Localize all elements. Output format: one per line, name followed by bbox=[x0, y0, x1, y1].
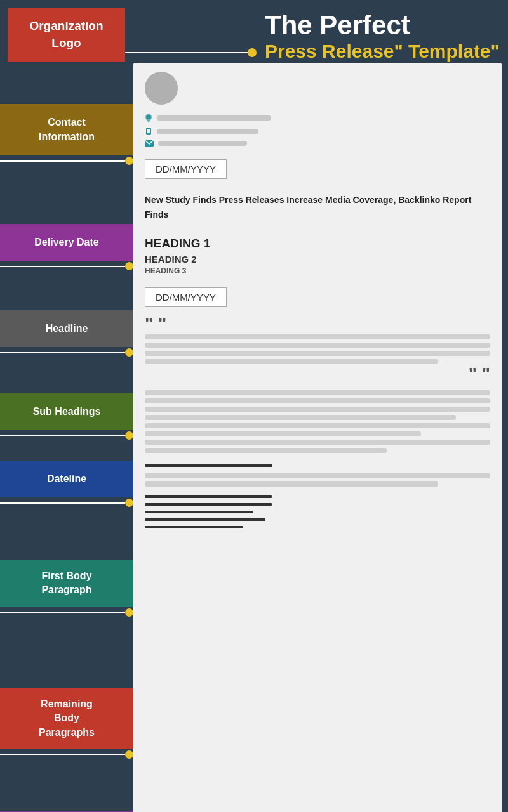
svg-rect-2 bbox=[147, 129, 150, 133]
location-icon bbox=[145, 114, 152, 122]
body1-line4 bbox=[145, 359, 438, 364]
avatar-circle bbox=[145, 72, 178, 105]
contact-section-label: ContactInformation bbox=[0, 104, 133, 167]
dateline-date-box: DD/MM/YYYY bbox=[145, 287, 227, 307]
open-quote: " " bbox=[145, 317, 490, 331]
left-labels: ContactInformation Delivery Date bbox=[0, 63, 133, 812]
fn-line5 bbox=[145, 526, 243, 528]
delivery-section-label: Delivery Date bbox=[0, 224, 133, 272]
dateline-content-section: DD/MM/YYYY bbox=[145, 287, 490, 307]
contact-address-placeholder bbox=[157, 115, 271, 121]
rem-line5 bbox=[145, 423, 490, 428]
fn-line4 bbox=[145, 518, 265, 521]
contact-connector bbox=[0, 155, 133, 167]
boilerplate-separator bbox=[145, 464, 272, 467]
body1-line3 bbox=[145, 351, 490, 356]
rem-line6 bbox=[145, 431, 421, 436]
subheadings-content-section: HEADING 1 HEADING 2 HEADING 3 bbox=[145, 235, 490, 276]
title-line1: The Perfect bbox=[265, 11, 502, 40]
org-logo-label: Organization Logo bbox=[29, 18, 103, 51]
contact-phone-row bbox=[145, 127, 490, 136]
finalnote-content-section bbox=[145, 495, 490, 528]
logo-connector bbox=[125, 8, 252, 53]
phone-icon bbox=[145, 127, 152, 136]
contact-email-placeholder bbox=[158, 141, 247, 146]
contact-phone-placeholder bbox=[157, 129, 258, 134]
delivery-connector bbox=[0, 261, 133, 272]
logo-dot bbox=[248, 48, 257, 57]
body1-line1 bbox=[145, 334, 490, 339]
dateline-connector bbox=[0, 497, 133, 509]
firstbody-label-tag: First BodyParagraph bbox=[0, 560, 133, 607]
body-layout: ContactInformation Delivery Date bbox=[0, 63, 508, 812]
contact-hline bbox=[0, 160, 125, 162]
firstbody-section-label: First BodyParagraph bbox=[0, 560, 133, 619]
delivery-date-section: DD/MM/YYYY bbox=[145, 159, 490, 179]
subheadings-label-tag: Sub Headings bbox=[0, 393, 133, 430]
contact-email-row bbox=[145, 140, 490, 147]
remaining-content-section bbox=[145, 390, 490, 453]
delivery-date-box: DD/MM/YYYY bbox=[145, 159, 227, 179]
contact-dot bbox=[125, 157, 133, 165]
contact-label-tag: ContactInformation bbox=[0, 104, 133, 155]
rem-line1 bbox=[145, 390, 490, 395]
contact-info-section bbox=[145, 114, 490, 147]
delivery-label-tag: Delivery Date bbox=[0, 224, 133, 261]
headline-label-tag: Headline bbox=[0, 310, 133, 347]
firstbody-connector bbox=[0, 607, 133, 619]
subheadings-connector bbox=[0, 430, 133, 442]
org-logo-box: Organization Logo bbox=[8, 8, 125, 62]
header-area: Organization Logo The Perfect Press Rele… bbox=[0, 0, 508, 63]
remaining-label-tag: RemainingBodyParagraphs bbox=[0, 688, 133, 749]
dateline-section-label: Dateline bbox=[0, 461, 133, 509]
svg-point-3 bbox=[148, 134, 149, 135]
fn-line2 bbox=[145, 503, 272, 506]
rem-line4 bbox=[145, 415, 456, 420]
headline-content-section: New Study Finds Press Releases Increase … bbox=[145, 193, 490, 221]
title-line2: Press Release" Template" bbox=[265, 40, 502, 63]
fn-line1 bbox=[145, 495, 272, 498]
headline-connector bbox=[0, 347, 133, 358]
firstbody-content-section: " " " " bbox=[145, 317, 490, 381]
rem-line2 bbox=[145, 398, 490, 403]
headline-section-label: Headline bbox=[0, 310, 133, 358]
body1-line2 bbox=[145, 343, 490, 348]
boilerplate-line2 bbox=[145, 481, 438, 487]
headline-text: New Study Finds Press Releases Increase … bbox=[145, 193, 490, 221]
heading3: HEADING 3 bbox=[145, 266, 490, 277]
rem-line8 bbox=[145, 448, 387, 453]
email-icon bbox=[145, 140, 154, 147]
heading2: HEADING 2 bbox=[145, 252, 490, 266]
fn-line3 bbox=[145, 511, 253, 513]
contact-location-row bbox=[145, 114, 490, 122]
title-area: The Perfect Press Release" Template" bbox=[252, 8, 508, 63]
dateline-label-tag: Dateline bbox=[0, 461, 133, 497]
remaining-connector bbox=[0, 749, 133, 760]
heading1: HEADING 1 bbox=[145, 235, 490, 252]
rem-line7 bbox=[145, 440, 490, 445]
remaining-section-label: RemainingBodyParagraphs bbox=[0, 688, 133, 760]
subheadings-section-label: Sub Headings bbox=[0, 393, 133, 442]
boilerplate-line1 bbox=[145, 473, 490, 478]
rem-line3 bbox=[145, 407, 490, 412]
close-quote: " " bbox=[145, 367, 490, 381]
boilerplate-content-section bbox=[145, 464, 490, 487]
right-content-panel: DD/MM/YYYY New Study Finds Press Release… bbox=[133, 63, 502, 812]
